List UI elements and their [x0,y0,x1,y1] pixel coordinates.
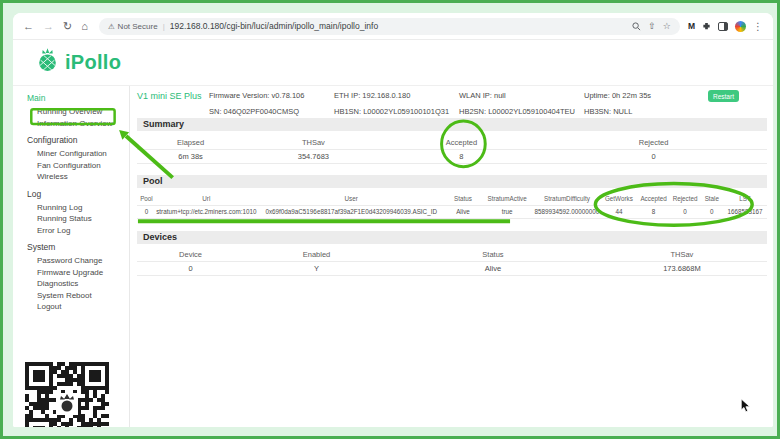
devices-status-value: Alive [389,263,597,275]
summary-header-row: Elapsed THSav Accepted Rejected [137,137,767,150]
pool-id-value: 0 [137,206,156,218]
back-icon[interactable]: ← [23,13,34,40]
pool-stale-value: 0 [701,206,723,218]
sidebar-item-logout[interactable]: Logout [27,301,129,313]
pool-col-status: Status [446,193,481,205]
sidebar-item-miner-configuration[interactable]: Miner Configuration [27,148,129,160]
device-model: V1 mini SE Plus [137,90,202,102]
pool-section-title: Pool [137,175,767,188]
extensions-area: M ⋮ [688,17,763,35]
pool-col-pool: Pool [137,193,156,205]
qr-code [25,362,109,427]
devices-value-row: 0 Y Alive 173.6868M [137,263,767,276]
pool-status-value: Alive [446,206,481,218]
summary-col-elapsed: Elapsed [137,137,244,149]
devices-col-status: Status [389,249,597,261]
sidebar-section-system: System [27,242,129,252]
address-bar[interactable]: ⚠ Not Secure | 192.168.0.180/cgi-bin/luc… [99,18,680,35]
devices-thsav-value: 173.6868M [597,263,767,275]
reload-icon[interactable]: ↻ [63,13,72,40]
sidebar-item-error-log[interactable]: Error Log [27,225,129,237]
side-panel-icon[interactable] [718,22,728,31]
devices-col-device: Device [137,249,244,261]
extension-m-icon[interactable]: M [688,21,695,31]
pool-col-accepted: Accepted [638,193,670,205]
pool-col-url: Url [156,193,257,205]
pool-col-getworks: GetWorks [600,193,638,205]
sidebar-item-fan-configuration[interactable]: Fan Configuration [27,160,129,172]
hb1sn: HB1SN: L00002YL059100101Q31 [334,106,449,118]
summary-thsav-value: 354.7683 [244,151,383,163]
address-separator: | [163,22,165,31]
pool-col-stratumactive: StratumActive [480,193,534,205]
summary-elapsed-value: 6m 38s [137,151,244,163]
summary-col-accepted: Accepted [383,137,541,149]
sidebar-item-password-change[interactable]: Password Change [27,255,129,267]
sidebar-item-wireless[interactable]: Wireless [27,171,129,183]
browser-menu-icon[interactable]: ⋮ [753,21,763,32]
summary-rejected-value: 0 [540,151,767,163]
browser-toolbar: ← → ↻ ⌂ ⚠ Not Secure | 192.168.0.180/cgi… [13,13,773,40]
logo-strip: iPollo [13,40,773,86]
not-secure-warning-icon: ⚠ [108,22,115,31]
summary-section-title: Summary [137,118,767,131]
ipollo-pineapple-icon [37,47,58,78]
pool-rejected-value: 0 [669,206,701,218]
pool-stratumactive-value: true [480,206,534,218]
wlan-ip: WLAN IP: null [459,90,506,102]
profile-avatar[interactable] [735,21,746,32]
zoom-icon[interactable] [632,22,641,31]
summary-value-row: 6m 38s 354.7683 8 0 [137,151,767,164]
ipollo-page: iPollo Main Running Overview Information… [13,40,773,427]
screenshot-frame: ← → ↻ ⌂ ⚠ Not Secure | 192.168.0.180/cgi… [0,0,780,439]
summary-col-thsav: THSav [244,137,383,149]
pool-user-value: 0x69f0da9aC5196e8817af39a2F1E0d432099460… [257,206,446,218]
device-info-row-1: V1 mini SE Plus Firmware Version: v0.78.… [137,90,767,102]
security-label: Not Secure [118,22,158,31]
pool-accepted-value: 8 [638,206,670,218]
bookmark-star-icon[interactable]: ☆ [663,21,671,31]
sidebar-item-running-log[interactable]: Running Log [27,202,129,214]
summary-col-rejected: Rejected [540,137,767,149]
sidebar-item-system-reboot[interactable]: System Reboot [27,290,129,302]
hb3sn: HB3SN: NULL [584,106,632,118]
brand-name: iPollo [65,51,121,74]
devices-section-title: Devices [137,231,767,244]
pool-col-stratumdifficulty: StratumDifficulty [534,193,600,205]
sidebar-section-configuration: Configuration [27,135,129,145]
hb2sn: HB2SN: L00002YL059100404TEU [459,106,575,118]
pool-getworks-value: 44 [600,206,638,218]
pool-value-row: 0 stratum+tcp://etc.2miners.com:1010 0x6… [137,206,767,219]
restart-button[interactable]: Restart [708,90,739,102]
home-icon[interactable]: ⌂ [81,13,88,40]
devices-header-row: Device Enabled Status THSav [137,249,767,262]
firmware-version: Firmware Version: v0.78.106 [209,90,304,102]
main-content: V1 mini SE Plus Firmware Version: v0.78.… [130,86,773,427]
pool-url-value: stratum+tcp://etc.2miners.com:1010 [156,206,257,218]
extensions-puzzle-icon[interactable] [702,17,711,35]
summary-accepted-value: 8 [383,151,541,163]
sidebar-item-information-overview[interactable]: Information Overview [27,118,129,130]
devices-col-thsav: THSav [597,249,767,261]
share-icon[interactable]: ⇧ [648,21,656,31]
pool-lst-value: 1668583167 [723,206,767,218]
sidebar-section-log: Log [27,189,129,199]
browser-window: ← → ↻ ⌂ ⚠ Not Secure | 192.168.0.180/cgi… [13,13,773,427]
device-info-row-2: SN: 046Q02PF0040CMSQ HB1SN: L00002YL0591… [137,106,767,118]
devices-id-value: 0 [137,263,244,275]
forward-icon[interactable]: → [43,13,54,40]
sidebar-item-running-status[interactable]: Running Status [27,213,129,225]
pool-col-rejected: Rejected [669,193,701,205]
devices-col-enabled: Enabled [244,249,389,261]
pool-col-user: User [257,193,446,205]
eth-ip: ETH IP: 192.168.0.180 [334,90,410,102]
pool-col-stale: Stale [701,193,723,205]
pool-col-lst: LST [723,193,767,205]
devices-enabled-value: Y [244,263,389,275]
pool-stratumdifficulty-value: 8589934592.00000000 [534,206,600,218]
url-text: 192.168.0.180/cgi-bin/luci/admin/ipollo_… [170,21,626,31]
uptime: Uptime: 0h 22m 35s [584,90,651,102]
sidebar-item-running-overview[interactable]: Running Overview [27,106,129,118]
sidebar-item-firmware-upgrade[interactable]: Firmware Upgrade [27,267,129,279]
sidebar-item-diagnostics[interactable]: Diagnostics [27,278,129,290]
